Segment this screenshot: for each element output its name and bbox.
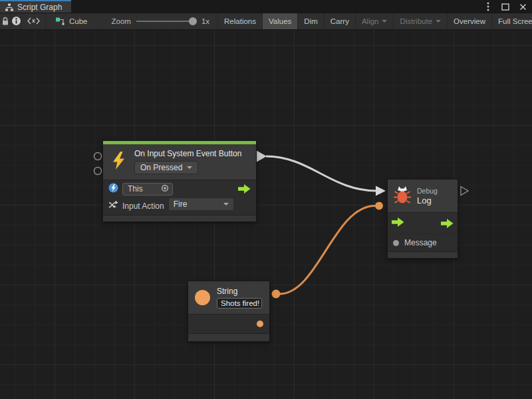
debug-node-title: Log bbox=[417, 196, 438, 205]
zoom-slider[interactable] bbox=[136, 17, 196, 25]
maximize-icon[interactable] bbox=[500, 1, 511, 12]
input-action-label: Input Action bbox=[122, 201, 164, 211]
string-node-header[interactable]: String Shots fired! bbox=[188, 281, 269, 314]
zoom-value: 1x bbox=[201, 17, 209, 25]
lightning-bolt-icon bbox=[111, 152, 126, 172]
zoom-slider-track bbox=[136, 21, 196, 22]
event-inputaction-row: Input Action Fire bbox=[103, 198, 256, 215]
toolbar-button-fullscreen[interactable]: Full Screen bbox=[492, 13, 532, 29]
message-value-port[interactable] bbox=[393, 240, 399, 246]
input-action-dropdown[interactable]: Fire bbox=[168, 198, 234, 211]
event-node-ports: This Input Action Fire bbox=[103, 180, 256, 215]
event-this-row: This bbox=[103, 180, 256, 198]
debug-node-category: Debug bbox=[417, 187, 438, 195]
string-output-row bbox=[188, 315, 269, 333]
string-node-footer bbox=[188, 333, 269, 341]
chevron-down-icon bbox=[223, 203, 229, 205]
chevron-down-icon bbox=[187, 166, 192, 169]
string-value-out-port[interactable] bbox=[257, 321, 263, 327]
info-icon bbox=[11, 16, 21, 27]
object-picker-icon[interactable] bbox=[161, 184, 169, 194]
script-graph-window: Script Graph bbox=[0, 0, 532, 399]
toolbar-button-carry[interactable]: Carry bbox=[325, 13, 356, 29]
debug-message-row: Message bbox=[388, 233, 458, 251]
zoom-slider-handle[interactable] bbox=[189, 17, 197, 25]
toolbar-button-distribute[interactable]: Distribute bbox=[394, 13, 448, 29]
script-graph-asset-icon bbox=[55, 16, 65, 27]
graph-hierarchy-icon bbox=[5, 3, 13, 11]
graph-target-breadcrumb[interactable]: Cube bbox=[46, 13, 97, 29]
event-this-port[interactable] bbox=[94, 153, 102, 160]
chevron-down-icon bbox=[382, 20, 387, 23]
event-trigger-flow-arrow[interactable] bbox=[238, 184, 251, 194]
graph-canvas[interactable]: On Input System Event Button On Pressed … bbox=[0, 30, 532, 399]
toolbar-button-align[interactable]: Align bbox=[356, 13, 394, 29]
string-value-field[interactable]: Shots fired! bbox=[217, 298, 262, 309]
debug-node-header[interactable]: Debug Log bbox=[388, 180, 458, 212]
toolbar-button-dim[interactable]: Dim bbox=[298, 13, 324, 29]
debug-flow-out-arrow[interactable] bbox=[441, 219, 454, 228]
graph-target-label: Cube bbox=[69, 17, 88, 25]
debug-node-ports: Message bbox=[388, 212, 458, 251]
event-node-header[interactable]: On Input System Event Button On Pressed bbox=[103, 144, 256, 180]
event-inputaction-port[interactable] bbox=[94, 168, 102, 175]
this-object-field[interactable]: This bbox=[122, 183, 173, 196]
graph-toolbar: Cube Zoom 1x Relations Values Dim Carry … bbox=[0, 13, 532, 30]
inspect-button[interactable] bbox=[11, 13, 22, 29]
tab-strip: Script Graph bbox=[0, 0, 532, 13]
debug-flow-out-port[interactable] bbox=[461, 187, 468, 196]
close-icon[interactable] bbox=[517, 1, 528, 12]
event-trigger-out-connector[interactable] bbox=[257, 151, 267, 162]
zoom-label: Zoom bbox=[112, 17, 131, 25]
value-wire bbox=[279, 206, 375, 295]
debug-message-in-connector[interactable] bbox=[375, 202, 383, 210]
node-on-input-system-event-button[interactable]: On Input System Event Button On Pressed … bbox=[103, 141, 256, 221]
zoom-control: Zoom 1x bbox=[97, 13, 219, 29]
angle-brackets-icon bbox=[27, 17, 40, 26]
code-preview-button[interactable] bbox=[22, 13, 46, 29]
debug-node-footer bbox=[388, 251, 458, 258]
toolbar-button-overview[interactable]: Overview bbox=[448, 13, 492, 29]
input-action-icon bbox=[108, 200, 118, 212]
toolbar-button-values[interactable]: Values bbox=[263, 13, 298, 29]
tab-title: Script Graph bbox=[17, 3, 62, 12]
chevron-down-icon bbox=[436, 20, 441, 23]
event-mode-dropdown[interactable]: On Pressed bbox=[134, 161, 198, 174]
debug-bug-icon bbox=[394, 185, 411, 207]
lock-button[interactable] bbox=[0, 13, 11, 29]
more-menu-icon[interactable] bbox=[483, 1, 493, 12]
window-controls bbox=[483, 0, 528, 13]
string-type-icon bbox=[195, 290, 210, 305]
node-string-literal[interactable]: String Shots fired! bbox=[188, 281, 269, 341]
debug-flow-row bbox=[388, 213, 458, 233]
event-node-title: On Input System Event Button bbox=[134, 149, 241, 158]
tab-script-graph[interactable]: Script Graph bbox=[0, 0, 71, 13]
string-node-ports bbox=[188, 314, 269, 333]
string-node-title: String bbox=[217, 287, 262, 296]
debug-flow-in-arrow[interactable] bbox=[392, 217, 404, 229]
lock-icon bbox=[0, 16, 11, 27]
toolbar-button-relations[interactable]: Relations bbox=[218, 13, 263, 29]
event-node-footer bbox=[103, 215, 256, 221]
control-wire bbox=[266, 156, 376, 191]
message-label: Message bbox=[404, 238, 437, 247]
debug-flow-in-connector[interactable] bbox=[376, 186, 386, 196]
string-out-connector[interactable] bbox=[272, 290, 281, 299]
node-debug-log[interactable]: Debug Log Message bbox=[388, 180, 458, 258]
script-machine-icon bbox=[108, 183, 118, 196]
